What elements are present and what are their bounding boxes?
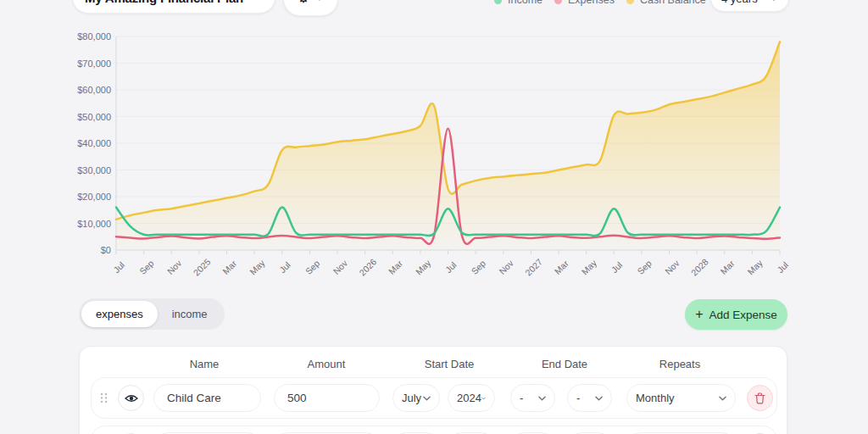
svg-text:Jul: Jul [277,259,292,275]
plan-title: My Amazing Financial Plan [85,0,243,5]
chevron-down-icon [595,396,603,401]
svg-text:$80,000: $80,000 [77,31,111,42]
legend-item-expenses: Expenses [554,0,615,6]
svg-text:2028: 2028 [689,257,710,278]
tab-income[interactable]: income [158,301,222,327]
end-year-select[interactable]: - [567,384,612,412]
svg-text:Sep: Sep [303,258,322,276]
end-year-value: - [576,392,580,404]
table-row: July 2024 - - Monthly [91,377,777,419]
svg-text:Sep: Sep [469,258,487,276]
svg-text:May: May [580,257,599,276]
legend-label: Income [508,0,542,6]
svg-text:Jul: Jul [609,259,624,275]
add-expense-button[interactable]: + Add Expense [685,299,787,330]
chevron-down-icon [538,396,546,401]
time-range-value: 4 years [721,0,758,5]
svg-text:$10,000: $10,000 [77,219,111,229]
drag-handle-icon[interactable] [100,392,108,403]
legend-item-income: Income [494,0,542,6]
plus-icon: + [695,308,703,321]
cash-flow-chart: $0$10,000$20,000$30,000$40,000$50,000$60… [0,0,868,292]
start-month-select[interactable]: July [392,384,440,412]
svg-text:May: May [745,257,765,276]
svg-text:Mar: Mar [220,258,239,276]
svg-text:$70,000: $70,000 [77,58,111,69]
svg-text:Nov: Nov [165,258,184,276]
svg-text:Jul: Jul [111,259,126,275]
start-year-value: 2024 [457,392,481,404]
financial-plan-app: $0$10,000$20,000$30,000$40,000$50,000$60… [0,0,868,434]
svg-text:2026: 2026 [357,257,378,278]
svg-text:2027: 2027 [523,257,544,278]
svg-text:$30,000: $30,000 [77,165,111,175]
amount-input[interactable] [274,384,380,412]
start-month-value: July [402,392,421,404]
start-year-select[interactable]: 2024 [448,384,495,412]
repeats-value: Monthly [636,392,675,404]
legend-label: Cash Balance [640,0,706,6]
table-row [91,426,777,434]
svg-text:May: May [248,257,267,276]
svg-text:Mar: Mar [553,258,571,276]
income-dot-icon [494,0,502,4]
tab-expenses[interactable]: expenses [81,301,158,327]
gear-icon: ⚙ [298,0,309,5]
end-month-select[interactable]: - [510,384,555,412]
eye-icon [125,393,138,403]
repeats-select[interactable]: Monthly [626,384,736,412]
expenses-dot-icon [554,0,562,4]
svg-text:Sep: Sep [635,258,654,276]
entry-type-tabs: expenses income [79,298,225,330]
chart-legend: Income Expenses Cash Balance [494,0,706,6]
cash-balance-dot-icon [626,0,634,4]
visibility-toggle-button[interactable] [118,385,144,411]
svg-text:Jul: Jul [775,259,790,275]
end-month-value: - [520,392,523,404]
svg-text:2025: 2025 [192,257,213,278]
svg-text:Mar: Mar [387,258,405,276]
trash-icon [754,392,765,404]
svg-text:May: May [414,257,433,276]
col-header-name: Name [190,358,220,370]
legend-label: Expenses [568,0,615,6]
legend-item-cash-balance: Cash Balance [626,0,706,6]
time-range-select[interactable]: 4 years [710,0,789,12]
svg-text:Nov: Nov [497,258,515,276]
col-header-amount: Amount [308,358,346,370]
chevron-down-icon [719,396,726,401]
svg-text:Nov: Nov [663,258,682,276]
chevron-down-icon [315,0,324,1]
col-header-end-date: End Date [542,358,587,370]
name-input[interactable] [153,384,261,412]
settings-button[interactable]: ⚙ [283,0,338,16]
add-expense-label: Add Expense [709,309,777,321]
svg-text:Nov: Nov [331,258,349,276]
col-header-repeats: Repeats [659,358,700,370]
chevron-down-icon [770,0,778,1]
plan-title-select[interactable]: My Amazing Financial Plan [72,0,275,14]
chevron-down-icon [423,396,431,401]
svg-text:$50,000: $50,000 [77,112,111,122]
svg-text:$20,000: $20,000 [77,192,111,202]
svg-text:$40,000: $40,000 [77,138,111,148]
chevron-down-icon [481,396,486,401]
svg-text:$0: $0 [101,245,111,255]
delete-row-button[interactable] [747,385,773,411]
svg-text:Jul: Jul [443,259,459,275]
svg-text:Mar: Mar [718,258,737,276]
svg-text:Sep: Sep [137,258,156,276]
col-header-start-date: Start Date [425,358,475,370]
expenses-table: Name Amount Start Date End Date Repeats … [79,346,787,434]
svg-text:$60,000: $60,000 [77,85,111,95]
